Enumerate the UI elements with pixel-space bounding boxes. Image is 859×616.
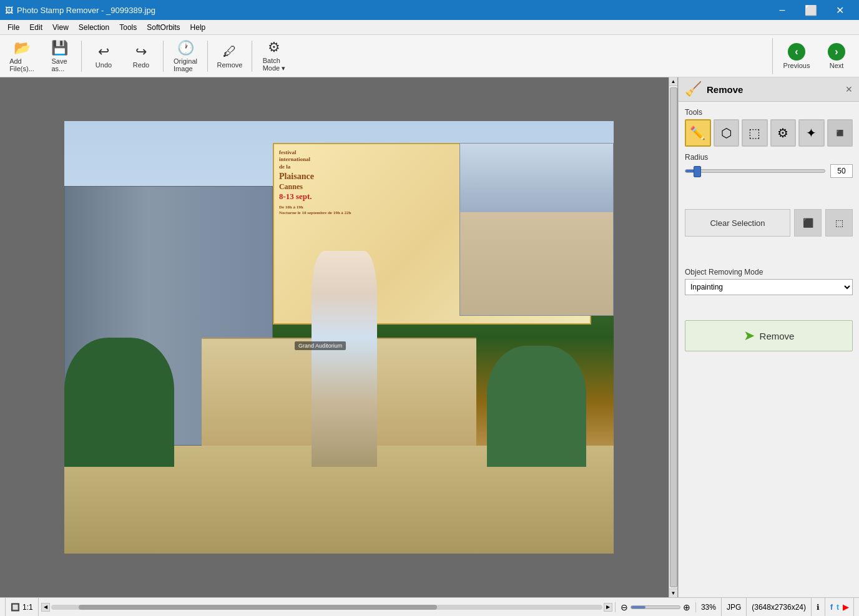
trees-left bbox=[64, 338, 174, 467]
radius-slider-thumb[interactable] bbox=[694, 166, 701, 177]
select-all-icon: ⬛ bbox=[803, 218, 813, 228]
titlebar: 🖼 Photo Stamp Remover - _9099389.jpg – ⬜… bbox=[0, 0, 859, 20]
rect-select-tool-button[interactable]: ⬚ bbox=[742, 119, 768, 147]
remove-label: Remove bbox=[217, 61, 243, 69]
undo-icon: ↩ bbox=[98, 44, 109, 60]
toolbox-title-area: 🧹 Remove bbox=[685, 81, 743, 97]
social-section: f t ▶ bbox=[825, 598, 854, 616]
next-icon: › bbox=[828, 43, 845, 61]
brush-tool-button[interactable]: ✏️ bbox=[685, 119, 711, 147]
toolbar-separator-4 bbox=[252, 41, 252, 72]
spacer bbox=[685, 184, 853, 203]
zoom-in-icon[interactable]: ⊕ bbox=[683, 602, 690, 612]
info-section[interactable]: ℹ bbox=[812, 598, 825, 616]
spacer-2 bbox=[685, 243, 853, 262]
add-files-button[interactable]: 📂 AddFile(s)... bbox=[4, 38, 40, 74]
menu-tools[interactable]: Tools bbox=[114, 22, 142, 33]
main-area: festival international de la Plaisance C… bbox=[0, 77, 859, 597]
ship-image bbox=[459, 143, 613, 316]
radius-label: Radius bbox=[685, 153, 853, 162]
trees-right bbox=[487, 346, 586, 467]
mode-select[interactable]: Inpainting Content Aware Fill Clone Stam… bbox=[685, 279, 853, 295]
person bbox=[312, 251, 378, 467]
zoom-percent-section: 33% bbox=[696, 598, 722, 616]
batch-mode-button[interactable]: ⚙ BatchMode ▾ bbox=[256, 38, 292, 74]
menu-selection[interactable]: Selection bbox=[74, 22, 114, 33]
eraser-tool-button[interactable]: ⬡ bbox=[714, 119, 740, 147]
toolbar-separator-1 bbox=[81, 41, 82, 72]
dimensions-label: (3648x2736x24) bbox=[752, 603, 806, 612]
radius-slider-track[interactable] bbox=[685, 169, 825, 173]
facebook-icon[interactable]: f bbox=[830, 603, 833, 612]
remove-icon: 🖊 bbox=[223, 44, 237, 60]
undo-button[interactable]: ↩ Undo bbox=[86, 38, 122, 74]
batch-mode-icon: ⚙ bbox=[268, 39, 280, 56]
menu-softorbits[interactable]: SoftOrbits bbox=[142, 22, 185, 33]
format-label: JPG bbox=[727, 603, 741, 612]
original-image-icon: 🕐 bbox=[177, 40, 194, 56]
zoom-slider-fill bbox=[631, 606, 645, 609]
radius-section: Radius 50 bbox=[685, 153, 853, 178]
toolbox-body: Tools ✏️ ⬡ ⬚ ⚙ bbox=[679, 102, 859, 358]
vertical-scrollbar[interactable]: ▲ ▼ bbox=[669, 77, 677, 597]
invert-selection-icon: ⬚ bbox=[835, 218, 843, 228]
maximize-button[interactable]: ⬜ bbox=[797, 0, 825, 20]
stamp-tool-button[interactable]: ◾ bbox=[827, 119, 853, 147]
magic-wand-tool-button[interactable]: ⚙ bbox=[770, 119, 797, 147]
previous-label: Previous bbox=[783, 62, 810, 69]
previous-button[interactable]: ‹ Previous bbox=[778, 38, 815, 74]
scroll-up-arrow[interactable]: ▲ bbox=[669, 77, 678, 86]
zoom-out-icon[interactable]: ⊖ bbox=[621, 602, 628, 612]
next-button[interactable]: › Next bbox=[818, 38, 855, 74]
image-area[interactable]: festival international de la Plaisance C… bbox=[0, 77, 678, 597]
radius-value-display[interactable]: 50 bbox=[830, 164, 853, 178]
original-image-button[interactable]: 🕐 OriginalImage bbox=[167, 38, 204, 74]
eraser-tool-icon: ⬡ bbox=[721, 125, 732, 140]
zoom-percent-label: 33% bbox=[701, 603, 716, 612]
minimize-button[interactable]: – bbox=[768, 0, 797, 20]
scroll-down-arrow[interactable]: ▼ bbox=[669, 589, 678, 597]
toolbox-panel: 🧹 Remove ✕ Tools ✏️ ⬡ bbox=[678, 77, 859, 597]
smart-brush-tool-button[interactable]: ✦ bbox=[798, 119, 825, 147]
undo-label: Undo bbox=[96, 61, 112, 69]
dimensions-section: (3648x2736x24) bbox=[747, 598, 812, 616]
save-as-label: Saveas... bbox=[51, 57, 67, 72]
format-section: JPG bbox=[722, 598, 747, 616]
hscrollbar-container: ◀ ▶ bbox=[39, 598, 615, 616]
tools-row: ✏️ ⬡ ⬚ ⚙ ✦ bbox=[685, 119, 853, 147]
twitter-icon[interactable]: t bbox=[837, 603, 839, 612]
scroll-thumb-vertical[interactable] bbox=[670, 87, 677, 587]
invert-selection-button[interactable]: ⬚ bbox=[825, 209, 853, 237]
brush-icon: ✏️ bbox=[690, 125, 705, 140]
mode-section: Object Removing Mode Inpainting Content … bbox=[685, 268, 853, 295]
clear-selection-button[interactable]: Clear Selection bbox=[685, 209, 790, 237]
menu-help[interactable]: Help bbox=[185, 22, 211, 33]
menu-edit[interactable]: Edit bbox=[24, 22, 47, 33]
scroll-right-arrow[interactable]: ▶ bbox=[604, 603, 612, 612]
toolbox-close-button[interactable]: ✕ bbox=[845, 84, 853, 94]
youtube-icon[interactable]: ▶ bbox=[843, 603, 848, 612]
zoom-indicator-icon: 🔲 bbox=[11, 603, 20, 612]
scroll-left-arrow[interactable]: ◀ bbox=[41, 603, 50, 612]
zoom-indicator-section: 🔲 1:1 bbox=[5, 598, 39, 616]
remove-action-button[interactable]: ➤ Remove bbox=[685, 320, 853, 351]
tools-section: Tools ✏️ ⬡ ⬚ ⚙ bbox=[685, 108, 853, 147]
redo-button[interactable]: ↪ Redo bbox=[123, 38, 159, 74]
tools-section-label: Tools bbox=[685, 108, 853, 117]
mode-section-label: Object Removing Mode bbox=[685, 268, 853, 276]
main-image: festival international de la Plaisance C… bbox=[64, 121, 614, 554]
save-as-button[interactable]: 💾 Saveas... bbox=[41, 38, 77, 74]
select-all-button[interactable]: ⬛ bbox=[794, 209, 822, 237]
remove-button[interactable]: 🖊 Remove bbox=[212, 38, 248, 74]
nav-buttons: ‹ Previous › Next bbox=[772, 38, 855, 74]
toolbar: 📂 AddFile(s)... 💾 Saveas... ↩ Undo ↪ Red… bbox=[0, 35, 859, 77]
remove-arrow-icon: ➤ bbox=[744, 328, 755, 344]
close-button[interactable]: ✕ bbox=[825, 0, 854, 20]
hscroll-track[interactable] bbox=[51, 605, 602, 610]
toolbar-separator-2 bbox=[163, 41, 164, 72]
menu-file[interactable]: File bbox=[2, 22, 24, 33]
menu-view[interactable]: View bbox=[47, 22, 74, 33]
magic-wand-icon: ⚙ bbox=[777, 125, 788, 140]
selection-controls: Clear Selection ⬛ ⬚ bbox=[685, 209, 853, 237]
zoom-slider-track[interactable] bbox=[631, 605, 680, 609]
